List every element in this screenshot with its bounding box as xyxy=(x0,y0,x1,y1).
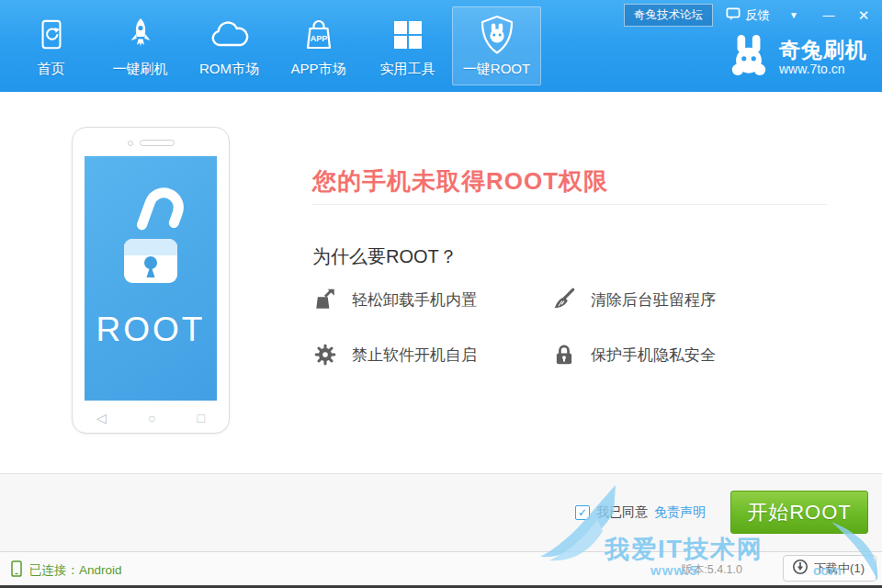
main-content: ROOT ◁ ○ □ 您的手机未取得ROOT权限 为什么要ROOT？ xyxy=(0,92,882,473)
feature-uninstall: 轻松卸载手机内置 xyxy=(312,287,551,312)
close-button[interactable]: ✕ xyxy=(853,6,875,25)
page-title: 您的手机未取得ROOT权限 xyxy=(312,165,608,198)
connection-status: 已连接：Android xyxy=(11,560,122,580)
brand-text: 奇兔刷机 www.7to.cn xyxy=(779,38,867,77)
brush-icon xyxy=(551,287,577,312)
phone-speaker-slot xyxy=(140,140,175,146)
tab-rom-market[interactable]: ROM市场 xyxy=(185,6,274,85)
feedback-label: 反馈 xyxy=(745,7,770,24)
open-lock-icon xyxy=(85,182,217,320)
tab-label: APP市场 xyxy=(290,61,345,78)
cloud-icon xyxy=(209,15,251,55)
app-bag-icon: APP xyxy=(301,15,336,55)
phone-top-detail xyxy=(73,140,229,146)
tab-app-market[interactable]: APP APP市场 xyxy=(274,6,363,85)
phone-camera-dot xyxy=(128,141,133,146)
download-button[interactable]: 下载中(1) xyxy=(783,555,876,582)
phone-home-icon: ○ xyxy=(148,411,155,425)
header: 首页 一键刷机 xyxy=(0,0,882,92)
titlebar-controls: 奇兔技术论坛 反馈 ▼ — ✕ xyxy=(624,4,875,27)
tab-label: 一键ROOT xyxy=(463,61,530,78)
disclaimer-link[interactable]: 免责声明 xyxy=(654,504,706,521)
version-text: 版本:5.4.1.0 xyxy=(681,562,742,578)
tab-label: ROM市场 xyxy=(199,61,259,78)
connected-phone-icon xyxy=(11,560,22,580)
svg-text:APP: APP xyxy=(310,34,327,43)
feature-privacy: 保护手机隐私安全 xyxy=(551,342,808,368)
minimize-button[interactable]: — xyxy=(818,6,840,25)
brand-logo: 奇兔刷机 www.7to.cn xyxy=(728,33,867,81)
agree-label: 我已同意 xyxy=(596,504,648,521)
feature-autostart: 禁止软件开机自启 xyxy=(312,342,551,368)
brand-title: 奇兔刷机 xyxy=(779,38,867,62)
gear-icon xyxy=(312,342,338,368)
why-root-heading: 为什么要ROOT？ xyxy=(312,244,458,269)
tab-one-key-root[interactable]: 一键ROOT xyxy=(452,6,541,85)
feature-label: 轻松卸载手机内置 xyxy=(352,289,477,311)
tab-home[interactable]: 首页 xyxy=(6,6,96,85)
feature-label: 清除后台驻留程序 xyxy=(591,289,716,311)
tab-label: 一键刷机 xyxy=(113,61,168,78)
phone-nav-buttons: ◁ ○ □ xyxy=(73,411,229,425)
start-root-button[interactable]: 开始ROOT xyxy=(730,491,868,534)
phone-screen-label: ROOT xyxy=(85,311,217,349)
download-label: 下载中(1) xyxy=(814,560,865,577)
feedback-button[interactable]: 反馈 xyxy=(726,7,770,24)
forum-badge[interactable]: 奇兔技术论坛 xyxy=(624,4,713,27)
tab-label: 首页 xyxy=(38,61,65,78)
home-refresh-icon xyxy=(36,15,67,55)
phone-back-icon: ◁ xyxy=(96,411,107,425)
tab-tools[interactable]: 实用工具 xyxy=(363,6,452,85)
rabbit-logo-icon xyxy=(728,33,770,81)
uninstall-icon xyxy=(312,287,338,312)
action-bar: ✓ 我已同意免责声明 开始ROOT xyxy=(0,473,882,551)
menu-caret-icon[interactable]: ▼ xyxy=(783,6,805,25)
tab-label: 实用工具 xyxy=(380,61,435,78)
brand-url: www.7to.cn xyxy=(779,62,867,76)
feature-list: 轻松卸载手机内置 清除后台驻留程序 xyxy=(312,287,808,368)
app-window: 首页 一键刷机 xyxy=(0,0,882,588)
title-divider xyxy=(312,204,827,205)
phone-illustration: ROOT ◁ ○ □ xyxy=(72,127,230,434)
speech-bubble-icon xyxy=(726,7,741,24)
feature-clean: 清除后台驻留程序 xyxy=(551,287,808,312)
phone-recent-icon: □ xyxy=(198,411,205,425)
tab-one-key-flash[interactable]: 一键刷机 xyxy=(96,6,185,85)
connection-text: 已连接：Android xyxy=(29,562,122,579)
status-bar: 已连接：Android 版本:5.4.1.0 下载中(1) xyxy=(0,551,882,585)
agree-checkbox[interactable]: ✓ xyxy=(575,505,590,520)
feature-label: 禁止软件开机自启 xyxy=(352,345,477,366)
feature-label: 保护手机隐私安全 xyxy=(591,345,716,366)
tools-grid-icon xyxy=(392,15,424,55)
main-nav: 首页 一键刷机 xyxy=(6,0,541,92)
agreement-row: ✓ 我已同意免责声明 xyxy=(575,504,706,521)
shield-rabbit-icon xyxy=(479,15,515,55)
lock-icon xyxy=(551,342,577,368)
download-icon xyxy=(792,559,808,578)
rocket-icon xyxy=(124,15,157,55)
phone-screen: ROOT xyxy=(85,156,217,401)
